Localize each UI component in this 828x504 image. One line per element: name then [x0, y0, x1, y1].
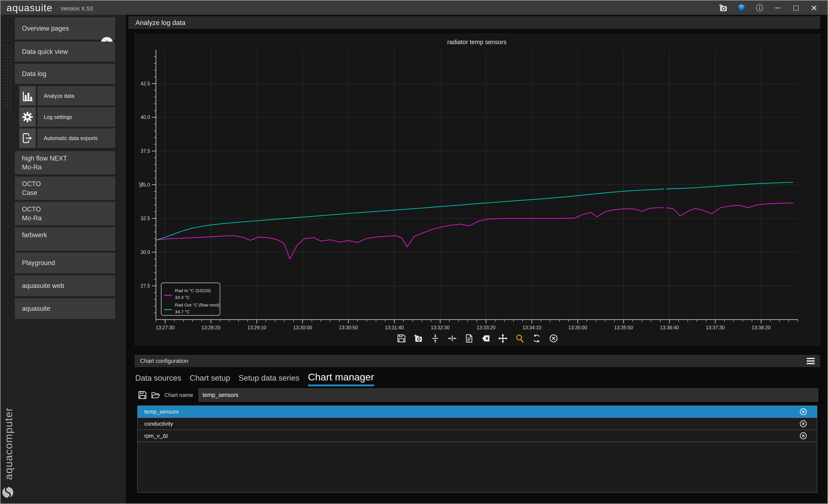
sidebar-item-overview-pages[interactable]: Overview pages — [15, 17, 115, 40]
minimize-button[interactable]: ─ — [773, 3, 783, 13]
save-chart-config-button[interactable] — [137, 390, 148, 400]
magnifier-icon — [515, 333, 525, 343]
sidebar-item-data-log[interactable]: Data log — [15, 64, 115, 84]
sidebar-item-aquasuite-web[interactable]: aquasuite web — [15, 276, 115, 296]
chart-list-label: temp_sensors — [144, 409, 179, 415]
list-item-rpm-v-dt[interactable]: rpm_v_Δt — [137, 430, 817, 442]
sidebar-item-log-settings[interactable]: Log settings — [37, 107, 115, 127]
x-tick-label: 13:28:20 — [202, 325, 220, 330]
chart-canvas[interactable]: 27.530.032.535.037.540.042.513:27:3013:2… — [135, 34, 820, 332]
legend-series-value: 33.4 °C — [175, 295, 190, 300]
chart-name-row: Chart name — [137, 388, 818, 402]
config-menu-button[interactable] — [806, 358, 815, 364]
x-tick-label: 13:30:00 — [293, 325, 312, 330]
maximize-button[interactable]: □ — [791, 3, 801, 13]
tab-data-sources[interactable]: Data sources — [135, 374, 181, 384]
config-tabs: Data sources Chart setup Setup data seri… — [135, 369, 374, 386]
delete-chart-button[interactable] — [799, 432, 807, 441]
chart-toolbar — [135, 332, 820, 345]
x-tick-label: 13:32:30 — [431, 325, 450, 330]
x-tick-label: 13:35:50 — [614, 325, 633, 330]
series-line-1 — [156, 182, 793, 240]
folder-open-icon — [151, 389, 161, 401]
device-name: farbwerk — [22, 231, 115, 240]
delete-chart-button[interactable] — [799, 420, 807, 429]
fit-horizontal-button[interactable] — [447, 333, 457, 343]
maximize-icon: □ — [793, 3, 798, 12]
sidebar-item-label: Analyze data — [44, 93, 74, 99]
report-icon — [464, 333, 474, 343]
save-chart-button[interactable] — [397, 333, 407, 343]
export-icon — [21, 131, 34, 145]
title-bar: aquasuite Version X.53 — [1, 1, 827, 15]
sidebar-item-label: Log settings — [44, 114, 72, 120]
x-tick-label: 13:36:40 — [660, 325, 679, 330]
fit-vertical-icon — [430, 333, 440, 343]
sidebar-item-label: Overview pages — [22, 24, 115, 33]
circle-x-icon — [799, 420, 807, 428]
sidebar-item-high-flow-next[interactable]: high flow NEXT Mo-Ra — [15, 151, 115, 174]
page-title-bar: Analyze log data — [128, 16, 820, 29]
tab-chart-setup[interactable]: Chart setup — [190, 374, 230, 384]
info-button[interactable] — [755, 3, 764, 13]
bar-chart-icon — [21, 89, 34, 103]
sidebar-item-analyze-data[interactable]: Analyze data — [37, 86, 115, 106]
list-item-conductivity[interactable]: conductivity — [137, 418, 817, 430]
log-settings-icon-tile[interactable] — [19, 107, 36, 127]
sidebar-item-automatic-data-exports[interactable]: Automatic data exports — [37, 128, 115, 148]
sidebar-item-farbwerk[interactable]: farbwerk — [15, 227, 115, 251]
sidebar-item-octo-mora[interactable]: OCTO Mo-Ra — [15, 202, 115, 225]
chart-screenshot-button[interactable] — [413, 333, 423, 343]
close-button[interactable]: × — [809, 3, 819, 13]
profiles-button[interactable] — [737, 3, 746, 13]
fit-vertical-button[interactable] — [430, 333, 440, 343]
device-name: OCTO — [22, 179, 115, 188]
close-chart-button[interactable] — [548, 333, 558, 343]
legend-box — [161, 283, 220, 316]
refresh-button[interactable] — [532, 333, 542, 343]
sidebar-item-label: Automatic data exports — [44, 135, 98, 141]
y-tick-label: 32.5 — [140, 216, 150, 221]
backspace-icon — [481, 333, 491, 343]
x-tick-label: 13:34:10 — [523, 325, 541, 330]
close-icon: × — [811, 3, 817, 13]
device-name: high flow NEXT — [22, 154, 115, 163]
y-axis-label: °C — [138, 182, 144, 187]
x-tick-label: 13:27:30 — [156, 325, 175, 330]
camera-plus-icon — [413, 333, 423, 343]
clear-button[interactable] — [481, 333, 491, 343]
data-exports-icon-tile[interactable] — [19, 128, 36, 148]
legend-series-name: Rad Out °C (flow next) — [175, 302, 219, 307]
tab-chart-manager[interactable]: Chart manager — [308, 371, 374, 386]
analyze-data-icon-tile[interactable] — [19, 86, 36, 106]
pan-button[interactable] — [498, 333, 508, 343]
sidebar-item-playground[interactable]: Playground — [15, 253, 115, 273]
y-tick-label: 40.0 — [140, 115, 150, 120]
delete-chart-button[interactable] — [799, 408, 807, 417]
load-chart-config-button[interactable] — [151, 390, 161, 400]
page-title: Analyze log data — [135, 19, 185, 27]
sidebar-item-aquasuite[interactable]: aquasuite — [15, 298, 115, 319]
move-icon — [498, 333, 508, 343]
tab-setup-data-series[interactable]: Setup data series — [239, 374, 299, 384]
chart-panel: 27.530.032.535.037.540.042.513:27:3013:2… — [135, 34, 820, 346]
chart-name-input[interactable] — [199, 388, 818, 402]
app-window: aquasuite Version X.53 — [0, 0, 828, 504]
zoom-button[interactable] — [515, 333, 525, 343]
sidebar-item-label: Data log — [22, 70, 115, 78]
x-tick-label: 13:31:40 — [385, 325, 404, 330]
y-tick-label: 42.5 — [140, 81, 150, 86]
aquacomputer-logo-icon — [2, 486, 14, 499]
screenshot-button[interactable] — [718, 3, 728, 13]
x-tick-label: 13:29:10 — [247, 325, 266, 330]
y-tick-label: 37.5 — [140, 148, 150, 154]
circle-x-icon — [799, 408, 807, 416]
sidebar-item-data-quick-view[interactable]: Data quick view — [15, 42, 115, 62]
hamburger-icon — [806, 358, 815, 359]
report-button[interactable] — [464, 333, 474, 343]
minimize-icon: ─ — [775, 4, 780, 12]
chart-name-label: Chart name — [164, 392, 193, 398]
list-item-temp-sensors[interactable]: temp_sensors — [137, 406, 817, 418]
sidebar-item-octo-case[interactable]: OCTO Case — [15, 177, 115, 200]
chart-list-label: rpm_v_Δt — [144, 433, 168, 439]
